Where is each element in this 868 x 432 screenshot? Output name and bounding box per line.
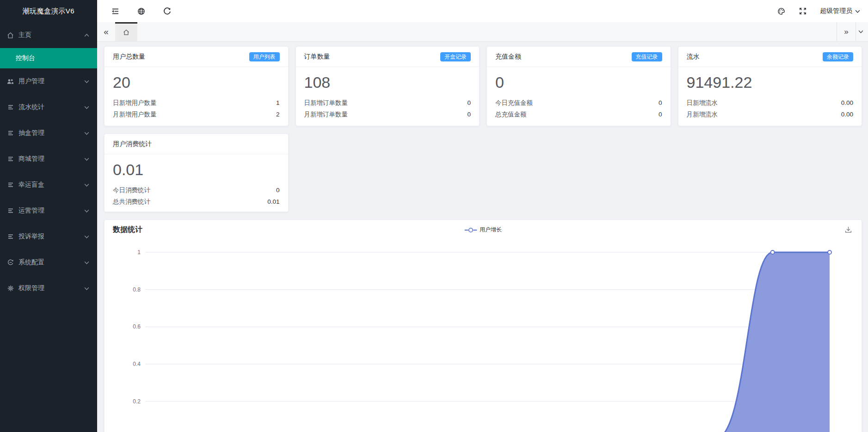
sidebar-subitem-控制台[interactable]: 控制台 (0, 48, 97, 68)
sidebar-item-运营管理[interactable]: 运营管理 (0, 198, 97, 224)
sidebar-item-权限管理[interactable]: 权限管理 (0, 275, 97, 301)
stat-row: 月新增订单数量0 (304, 109, 471, 120)
stat-card-badge[interactable]: 充值记录 (632, 52, 662, 61)
user-name: 超级管理员 (820, 7, 852, 15)
stat-card-value: 0.01 (113, 161, 280, 179)
svg-text:0.2: 0.2 (133, 398, 141, 405)
sidebar-item-投诉举报[interactable]: 投诉举报 (0, 224, 97, 249)
sidebar-item-用户管理[interactable]: 用户管理 (0, 68, 97, 94)
stat-card-header: 用户总数量 用户列表 (105, 47, 288, 67)
stat-card-title: 流水 (687, 53, 700, 61)
stat-card-header: 流水 余额记录 (678, 47, 862, 67)
svg-text:0.8: 0.8 (133, 286, 141, 293)
chart-legend-item[interactable]: 用户增长 (464, 226, 502, 234)
chevron-down-icon (84, 104, 90, 110)
tabs-scroll-right-button[interactable]: » (837, 22, 856, 41)
sidebar-item-主页[interactable]: 主页 (0, 22, 97, 48)
stat-row: 总充值金额0 (495, 109, 662, 120)
stat-row: 日新增订单数量0 (304, 97, 471, 109)
stat-row: 今日充值金额0 (495, 97, 662, 109)
circle-arrow-icon (6, 259, 14, 267)
stat-row: 总共消费统计0.01 (113, 196, 280, 207)
sidebar-item-label: 主页 (18, 31, 31, 39)
globe-icon[interactable] (137, 7, 146, 16)
sidebar-item-label: 商城管理 (18, 155, 44, 163)
stat-card-badge[interactable]: 余额记录 (823, 52, 853, 61)
chevron-down-icon (84, 130, 90, 136)
stat-row: 月新增用户数量2 (113, 109, 280, 120)
stat-card: 订单数量 开盒记录 108 日新增订单数量0月新增订单数量0 (295, 46, 480, 126)
stat-card-rows: 今日充值金额0总充值金额0 (495, 97, 662, 120)
stat-card-header: 用户消费统计 (105, 134, 288, 154)
tab-home[interactable] (115, 22, 137, 41)
sidebar-item-label: 用户管理 (18, 77, 44, 85)
chevron-down-icon (84, 234, 90, 240)
tabbar: « » (97, 22, 868, 42)
sidebar-item-label: 幸运盲盒 (18, 181, 44, 189)
topbar-right: 超级管理员 (777, 7, 861, 16)
stat-card-rows: 日新增流水0.00月新增流水0.00 (687, 97, 854, 120)
gear-icon (6, 285, 14, 292)
chevron-down-icon (84, 286, 90, 292)
sidebar-item-label: 抽盒管理 (18, 129, 44, 137)
sidebar-menu: 主页控制台用户管理流水统计抽盒管理商城管理幸运盲盒运营管理投诉举报系统配置权限管… (0, 22, 97, 301)
download-icon[interactable] (844, 226, 852, 236)
stat-row: 日新增流水0.00 (687, 97, 854, 109)
admin-dashboard: 潮玩魔盒演示V6 主页控制台用户管理流水统计抽盒管理商城管理幸运盲盒运营管理投诉… (0, 0, 868, 432)
list-icon (6, 181, 14, 189)
stat-card-body: 0.01 今日消费统计0总共消费统计0.01 (105, 154, 288, 207)
stat-card-badge[interactable]: 用户列表 (249, 52, 280, 61)
sidebar-item-幸运盲盒[interactable]: 幸运盲盒 (0, 172, 97, 198)
topbar: 超级管理员 (97, 0, 868, 22)
sidebar-item-商城管理[interactable]: 商城管理 (0, 146, 97, 172)
stat-row: 月新增流水0.00 (687, 109, 854, 120)
stat-card-body: 20 日新增用户数量1月新增用户数量2 (105, 67, 288, 120)
stat-card-value: 0 (495, 73, 662, 91)
stat-cards-row-2: 用户消费统计 0.01 今日消费统计0总共消费统计0.01 (104, 134, 862, 212)
chart-title: 数据统计 (113, 225, 142, 235)
sidebar-item-label: 投诉举报 (18, 232, 44, 241)
user-dropdown[interactable]: 超级管理员 (820, 7, 861, 15)
stat-card-body: 91491.22 日新增流水0.00月新增流水0.00 (678, 67, 862, 120)
app-title: 潮玩魔盒演示V6 (0, 0, 97, 22)
stat-card-value: 20 (113, 73, 280, 91)
tab-actions-dropdown[interactable] (856, 22, 868, 41)
stat-card: 流水 余额记录 91491.22 日新增流水0.00月新增流水0.00 (678, 46, 862, 126)
stat-card-badge[interactable]: 开盒记录 (440, 52, 471, 61)
stat-row: 日新增用户数量1 (113, 97, 280, 109)
palette-icon[interactable] (777, 7, 786, 16)
stat-card-title: 用户消费统计 (113, 140, 152, 148)
sidebar-item-流水统计[interactable]: 流水统计 (0, 94, 97, 120)
chevron-down-icon (84, 79, 90, 85)
stat-card: 充值金额 充值记录 0 今日充值金额0总充值金额0 (486, 46, 671, 126)
chevron-up-icon (84, 32, 90, 38)
list-icon (6, 103, 14, 111)
sidebar-item-系统配置[interactable]: 系统配置 (0, 249, 97, 275)
list-icon (6, 207, 14, 215)
stat-card-value: 108 (304, 73, 471, 91)
home-icon (6, 31, 14, 39)
refresh-icon[interactable] (163, 7, 172, 16)
sidebar-item-label: 系统配置 (18, 258, 44, 267)
stat-card-value: 91491.22 (687, 73, 854, 91)
collapse-menu-icon[interactable] (111, 7, 120, 16)
fullscreen-icon[interactable] (799, 7, 807, 15)
stat-card-title: 订单数量 (304, 53, 330, 61)
user-growth-area-chart[interactable]: 0.20.40.60.81 (105, 220, 862, 432)
chevron-down-icon (84, 260, 90, 266)
chevron-down-icon (855, 8, 861, 14)
stat-cards-row-1: 用户总数量 用户列表 20 日新增用户数量1月新增用户数量2 订单数量 开盒记录… (104, 46, 862, 126)
home-icon (123, 29, 130, 36)
chevron-down-icon (84, 208, 90, 214)
chart-panel: 数据统计 用户增长 0.20.40.60.81 (104, 219, 862, 432)
chevron-down-icon (84, 156, 90, 162)
list-icon (6, 155, 14, 163)
sidebar-item-抽盒管理[interactable]: 抽盒管理 (0, 120, 97, 146)
sidebar: 潮玩魔盒演示V6 主页控制台用户管理流水统计抽盒管理商城管理幸运盲盒运营管理投诉… (0, 0, 97, 432)
legend-line-circle-icon (464, 227, 477, 233)
sidebar-item-label: 流水统计 (18, 103, 44, 111)
stat-card: 用户总数量 用户列表 20 日新增用户数量1月新增用户数量2 (104, 46, 289, 126)
svg-text:1: 1 (137, 249, 141, 256)
tabs-scroll-left-button[interactable]: « (97, 22, 115, 41)
stat-card-body: 0 今日充值金额0总充值金额0 (487, 67, 671, 120)
